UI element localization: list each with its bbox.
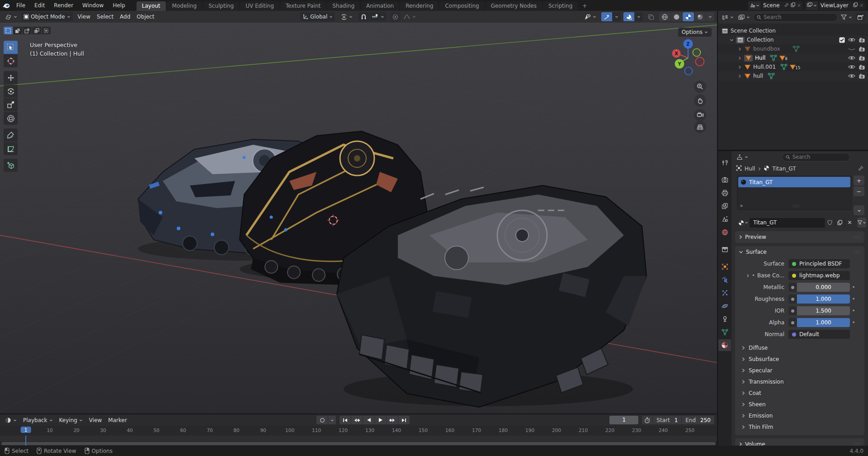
decorator-dot[interactable]: •: [850, 284, 857, 290]
mode-dropdown[interactable]: Object Mode: [21, 12, 73, 21]
jump-to-start-button[interactable]: [340, 416, 351, 424]
material-name-input[interactable]: [750, 218, 825, 228]
select-mode-invert-button[interactable]: [32, 27, 41, 34]
properties-tab-data[interactable]: [718, 326, 731, 338]
value-button-surface[interactable]: Principled BSDF: [788, 259, 850, 268]
expand-icon[interactable]: [738, 65, 744, 69]
new-collection-button[interactable]: [855, 13, 865, 22]
properties-tab-particles[interactable]: [718, 287, 731, 299]
timeline-menu-playback[interactable]: Playback: [20, 416, 56, 425]
timeline-track[interactable]: [0, 436, 717, 442]
select-mode-intersect-button[interactable]: [42, 27, 51, 34]
slider-ior[interactable]: 1.500: [797, 306, 850, 315]
workspace-tab-layout[interactable]: Layout: [137, 1, 166, 11]
eye-icon[interactable]: [848, 64, 855, 70]
slider-metallic[interactable]: 0.000: [797, 283, 850, 292]
slider-roughness[interactable]: 1.000: [797, 294, 850, 304]
new-copy-icon[interactable]: [853, 2, 858, 9]
workspace-tab-uv-editing[interactable]: UV Editing: [240, 1, 279, 11]
subpanel-transmission[interactable]: Transmission: [735, 376, 864, 387]
workspace-tab-shading[interactable]: Shading: [327, 1, 360, 11]
properties-search[interactable]: [782, 153, 850, 162]
auto-keying-dropdown[interactable]: [328, 416, 336, 424]
slot-specials-dropdown[interactable]: [854, 205, 864, 215]
subpanel-emission[interactable]: Emission: [735, 410, 864, 421]
select-mode-new-button[interactable]: [4, 27, 13, 34]
camera-visibility-icon[interactable]: [859, 37, 865, 43]
camera-visibility-icon[interactable]: [859, 73, 865, 79]
gizmos-toggle[interactable]: [601, 12, 612, 21]
overlays-toggle[interactable]: [623, 12, 634, 21]
slider-alpha[interactable]: 1.000: [797, 318, 850, 327]
panel-grip[interactable]: ::::: [854, 235, 861, 239]
timeline-editor-type-button[interactable]: [3, 416, 19, 425]
menu-render[interactable]: Render: [49, 0, 78, 11]
decorator-dot[interactable]: •: [850, 296, 857, 302]
outliner-row-boundbox[interactable]: boundbox: [718, 44, 868, 53]
properties-tab-object[interactable]: [718, 261, 731, 272]
panel-grip[interactable]: ::::: [854, 442, 861, 446]
play-reverse-button[interactable]: [363, 416, 374, 424]
snap-toggle[interactable]: [359, 12, 369, 21]
properties-tab-view-layer[interactable]: [718, 200, 731, 212]
collection-checkbox[interactable]: [839, 37, 845, 43]
menu-window[interactable]: Window: [78, 0, 108, 11]
tool-transform-button[interactable]: [4, 112, 18, 125]
blender-logo-icon[interactable]: [0, 3, 12, 9]
surface-panel-header[interactable]: Surface ::::: [735, 246, 864, 258]
subpanel-specular[interactable]: Specular: [735, 365, 864, 376]
eye-closed-icon[interactable]: [848, 46, 855, 52]
properties-tab-render[interactable]: [718, 174, 731, 185]
volume-panel-header[interactable]: Volume ::::: [735, 438, 864, 446]
properties-tab-material[interactable]: [718, 339, 731, 351]
workspace-tab-scripting[interactable]: Scripting: [543, 1, 578, 11]
subpanel-diffuse[interactable]: Diffuse: [735, 342, 864, 353]
menu-file[interactable]: File: [12, 0, 30, 11]
viewport-canvas[interactable]: User Perspective (1) Collection | Hull O…: [0, 23, 717, 413]
preview-panel-header[interactable]: Preview ::::: [735, 231, 864, 243]
viewport-menu-add[interactable]: Add: [117, 12, 133, 21]
value-button-normal[interactable]: Default: [788, 330, 850, 339]
new-material-button[interactable]: [835, 218, 844, 228]
current-frame-field[interactable]: 1: [609, 416, 638, 424]
scene-browse-button[interactable]: [748, 1, 761, 10]
properties-tab-physics[interactable]: [718, 300, 731, 312]
eye-icon[interactable]: [848, 55, 855, 61]
outliner-row-collection[interactable]: Collection: [718, 35, 868, 44]
resize-grip[interactable]: ::::: [793, 204, 800, 208]
shading-material-button[interactable]: [683, 12, 694, 21]
navigation-gizmo[interactable]: Z X Y: [666, 35, 710, 79]
expand-icon[interactable]: [738, 56, 744, 60]
workspace-tab-rendering[interactable]: Rendering: [400, 1, 439, 11]
camera-visibility-icon[interactable]: [859, 55, 865, 61]
collapse-icon[interactable]: [730, 38, 736, 42]
previous-keyframe-button[interactable]: [351, 416, 363, 424]
scene-name-field[interactable]: Scene ✕: [761, 1, 803, 10]
properties-tab-output[interactable]: [718, 187, 731, 199]
timeline-ruler[interactable]: 1102030405060708090100110120130140150160…: [0, 426, 717, 436]
viewport-menu-select[interactable]: Select: [94, 12, 117, 21]
tool-add-cube-button[interactable]: [4, 159, 18, 172]
subpanel-thin-film[interactable]: Thin Film: [735, 421, 864, 432]
breadcrumb-material[interactable]: Titan_GT: [772, 166, 796, 172]
properties-tab-constraints[interactable]: [718, 313, 731, 325]
add-workspace-button[interactable]: +: [579, 1, 590, 11]
snap-settings-dropdown[interactable]: [369, 12, 387, 21]
timeline-scrollbar[interactable]: [0, 442, 717, 446]
subpanel-sheen[interactable]: Sheen: [735, 399, 864, 410]
breadcrumb-object[interactable]: Hull: [745, 166, 755, 172]
workspace-tab-modeling[interactable]: Modeling: [167, 1, 203, 11]
material-slot-item[interactable]: Titan_GT: [738, 177, 850, 187]
outliner-row-hull[interactable]: hull: [718, 71, 868, 81]
menu-help[interactable]: Help: [108, 0, 129, 11]
camera-visibility-icon[interactable]: [859, 46, 865, 52]
select-mode-extend-button[interactable]: [13, 27, 22, 34]
camera-visibility-icon[interactable]: [859, 64, 865, 70]
add-slot-button[interactable]: +: [854, 176, 864, 185]
socket-toggle[interactable]: [788, 294, 797, 304]
playhead[interactable]: [25, 436, 26, 442]
expand-icon[interactable]: [738, 74, 744, 78]
properties-tab-collection[interactable]: [718, 243, 731, 255]
properties-search-input[interactable]: [793, 154, 846, 160]
use-preview-range-toggle[interactable]: [642, 416, 652, 424]
